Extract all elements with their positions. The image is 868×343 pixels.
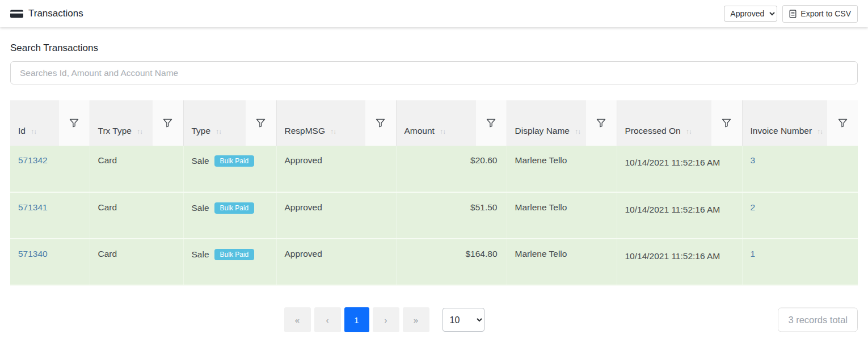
cell-invoice-number: 2 (742, 192, 858, 239)
transaction-id-link[interactable]: 571341 (18, 202, 48, 212)
cell-trx-type: Card (90, 146, 183, 192)
column-filter-cell-type (246, 100, 276, 146)
first-page-button[interactable]: « (284, 307, 311, 332)
cell-amount: $51.50 (396, 192, 507, 239)
cell-invoice-number: 3 (742, 146, 858, 192)
column-filter-button[interactable] (67, 116, 81, 130)
cell-id: 571341 (10, 192, 90, 239)
current-page-button[interactable]: 1 (344, 307, 369, 332)
cell-id: 571342 (10, 146, 90, 192)
column-filter-cell-id (59, 100, 90, 146)
column-header-trx-type[interactable]: Trx Type↑↓ (90, 100, 153, 146)
column-label: RespMSG (285, 125, 326, 137)
status-filter-select[interactable]: Approved (724, 6, 777, 22)
column-filter-button[interactable] (836, 116, 850, 130)
sort-icon: ↑↓ (31, 128, 36, 135)
column-filter-button[interactable] (484, 116, 498, 130)
type-value: Sale (192, 249, 209, 259)
next-page-button[interactable]: › (373, 307, 399, 332)
column-filter-cell-trx-type (153, 100, 183, 146)
credit-card-icon (10, 9, 23, 19)
column-label: Invoice Number (751, 125, 812, 137)
transaction-id-link[interactable]: 571340 (18, 249, 48, 259)
cell-type: SaleBulk Paid (183, 146, 276, 192)
cell-processed-on: 10/14/2021 11:52:16 AM (617, 146, 742, 192)
column-filter-button[interactable] (161, 116, 175, 130)
sort-icon: ↑↓ (137, 128, 142, 135)
funnel-icon (596, 118, 606, 128)
bulk-paid-badge: Bulk Paid (214, 249, 255, 260)
type-value: Sale (192, 156, 209, 166)
funnel-icon (256, 118, 266, 128)
column-filter-cell-processed-on (711, 100, 742, 146)
column-header-id[interactable]: Id↑↓ (10, 100, 59, 146)
funnel-icon (486, 118, 496, 128)
cell-amount: $20.60 (396, 146, 507, 192)
column-filter-button[interactable] (719, 116, 734, 130)
column-filter-button[interactable] (373, 116, 387, 130)
transaction-id-link[interactable]: 571342 (18, 155, 48, 165)
column-label: Processed On (625, 125, 681, 137)
column-filter-cell-invoice-number (827, 100, 858, 146)
transactions-main: Search Transactions Id↑↓ Trx Type↑↓ (0, 43, 868, 333)
cell-respmsg: Approved (276, 192, 396, 239)
table-row: 571341 Card SaleBulk Paid Approved $51.5… (10, 192, 858, 239)
export-csv-icon (789, 10, 797, 18)
pagination-bar: « ‹ 1 › » 10 3 records total (10, 307, 858, 333)
search-input[interactable] (10, 61, 858, 84)
column-header-respmsg[interactable]: RespMSG↑↓ (276, 100, 365, 146)
export-csv-label: Export to CSV (800, 9, 851, 18)
column-header-type[interactable]: Type↑↓ (183, 100, 246, 146)
column-label: Display Name (515, 125, 570, 137)
column-label: Trx Type (98, 125, 132, 137)
column-filter-cell-amount (476, 100, 507, 146)
export-csv-button[interactable]: Export to CSV (782, 5, 858, 23)
cell-id: 571340 (10, 239, 90, 285)
column-header-amount[interactable]: Amount↑↓ (396, 100, 476, 146)
pager: « ‹ 1 › » 10 (284, 307, 484, 332)
page-title: Transactions (28, 8, 83, 19)
invoice-number-link[interactable]: 3 (751, 155, 756, 165)
invoice-number-link[interactable]: 2 (751, 202, 756, 212)
previous-page-button[interactable]: ‹ (314, 307, 341, 332)
funnel-icon (163, 118, 172, 128)
sort-icon: ↑↓ (686, 128, 692, 135)
funnel-icon (376, 118, 385, 128)
transactions-table: Id↑↓ Trx Type↑↓ Type↑↓ RespMS (10, 100, 858, 286)
processed-on-value: 10/14/2021 11:52:16 AM (625, 202, 723, 217)
column-header-display-name[interactable]: Display Name↑↓ (507, 100, 586, 146)
cell-type: SaleBulk Paid (183, 239, 276, 285)
column-filter-button[interactable] (594, 116, 608, 130)
page-size-select[interactable]: 10 (443, 308, 484, 332)
column-header-invoice-number[interactable]: Invoice Number↑↓ (742, 100, 827, 146)
cell-trx-type: Card (90, 192, 183, 239)
invoice-number-link[interactable]: 1 (751, 249, 756, 259)
column-filter-button[interactable] (254, 116, 268, 130)
column-header-processed-on[interactable]: Processed On↑↓ (617, 100, 711, 146)
cell-processed-on: 10/14/2021 11:52:16 AM (617, 239, 742, 285)
cell-display-name: Marlene Tello (507, 239, 617, 285)
funnel-icon (838, 118, 848, 128)
column-label: Amount (404, 125, 435, 137)
cell-amount: $164.80 (396, 239, 507, 285)
bulk-paid-badge: Bulk Paid (214, 155, 255, 167)
column-filter-cell-respmsg (365, 100, 396, 146)
sort-icon: ↑↓ (216, 128, 221, 135)
cell-display-name: Marlene Tello (507, 146, 617, 192)
column-filter-cell-display-name (586, 100, 617, 146)
cell-processed-on: 10/14/2021 11:52:16 AM (617, 192, 742, 239)
cell-invoice-number: 1 (742, 239, 858, 285)
type-value: Sale (192, 203, 209, 213)
sort-icon: ↑↓ (330, 128, 336, 135)
processed-on-value: 10/14/2021 11:52:16 AM (625, 155, 723, 170)
sort-icon: ↑↓ (440, 128, 445, 135)
sort-icon: ↑↓ (575, 128, 580, 135)
page-title-wrap: Transactions (10, 8, 83, 19)
table-header-row: Id↑↓ Trx Type↑↓ Type↑↓ RespMS (10, 100, 858, 146)
topbar: Transactions Approved Export to CSV (0, 0, 868, 27)
funnel-icon (69, 118, 79, 128)
last-page-button[interactable]: » (403, 307, 429, 332)
cell-respmsg: Approved (276, 146, 396, 192)
column-label: Type (192, 125, 211, 137)
table-row: 571340 Card SaleBulk Paid Approved $164.… (10, 239, 858, 285)
